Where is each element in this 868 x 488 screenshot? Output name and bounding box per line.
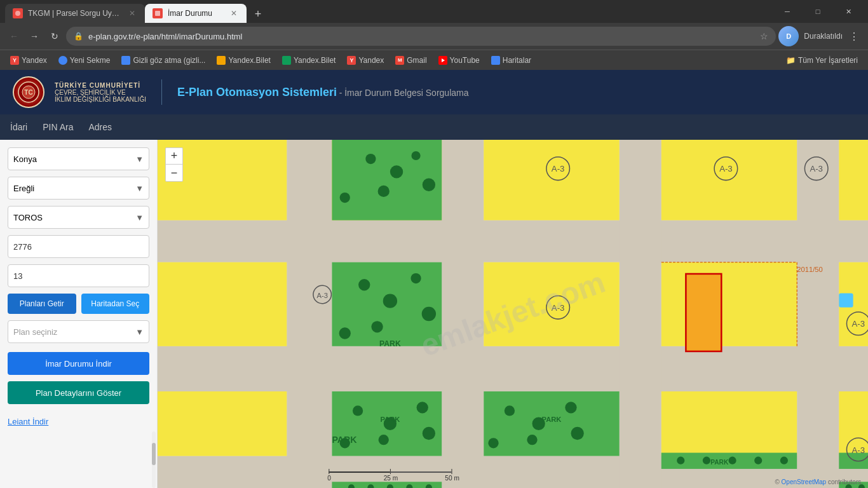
bookmark-yandex-bilet1-label: Yandex.Bilet — [228, 56, 271, 65]
header-title-area: E-Plan Otomasyon Sistemleri - İmar Durum… — [177, 86, 469, 99]
app-title: E-Plan Otomasyon Sistemleri — [177, 86, 337, 98]
svg-text:A-3: A-3 — [810, 164, 823, 173]
org-name-2: ÇEVRE, ŞEHİRCİLİK VE — [55, 89, 146, 96]
province-select[interactable]: Konya ▼ — [8, 147, 149, 170]
map-attribution: © OpenStreetMap contributors. — [775, 478, 863, 485]
scrollbar-thumb[interactable] — [152, 443, 156, 466]
bookmark-yandex2[interactable]: Y Yandex — [342, 53, 389, 67]
tab-tkgm[interactable]: TKGM | Parsel Sorgu Uygulama... ✕ — [5, 4, 145, 23]
leiant-link[interactable]: Leiant İndir — [0, 412, 157, 431]
bookmark-yandex-bilet2-label: Yandex.Bilet — [294, 56, 336, 65]
get-plans-button[interactable]: Planları Getir — [8, 294, 76, 314]
zoom-in-button[interactable]: + — [166, 148, 182, 165]
yeni-sekme-icon — [58, 56, 67, 65]
page-nav: İdari PIN Ara Adres — [0, 114, 868, 140]
bookmark-yandex-bilet2[interactable]: Yandex.Bilet — [277, 53, 341, 67]
address-bar[interactable]: 🔒 e-plan.gov.tr/e-plan/html/imarDurumu.h… — [66, 27, 776, 46]
svg-text:2011/50: 2011/50 — [797, 266, 822, 273]
zoom-out-button[interactable]: − — [166, 165, 182, 181]
svg-rect-7 — [158, 220, 868, 262]
tab2-favicon — [153, 8, 163, 18]
svg-point-22 — [340, 193, 350, 203]
svg-text:TC: TC — [24, 89, 32, 96]
nav-adres[interactable]: Adres — [88, 119, 112, 135]
main-content: Konya ▼ Ereğli ▼ TOROS ▼ — [0, 140, 868, 488]
bookmark-gizli-label: Gizli göz atma (gizli... — [133, 56, 205, 65]
show-plan-details-button[interactable]: Plan Detaylarını Göster — [8, 381, 149, 404]
nav-pin-ara[interactable]: PIN Ara — [43, 119, 73, 135]
reload-button[interactable]: ↻ — [46, 27, 64, 45]
minimize-button[interactable]: ─ — [773, 1, 802, 22]
close-button[interactable]: ✕ — [834, 1, 863, 22]
bookmark-tum-yer[interactable]: 📁 Tüm Yer İşaretleri — [782, 53, 863, 67]
nav-idari[interactable]: İdari — [10, 119, 27, 135]
svg-point-45 — [383, 294, 397, 308]
tab-imar[interactable]: İmar Durumu ✕ — [145, 4, 247, 23]
svg-point-88 — [780, 457, 788, 464]
bookmark-gmail[interactable]: M Gmail — [390, 53, 431, 67]
svg-point-86 — [728, 457, 736, 464]
svg-text:PARK: PARK — [710, 459, 729, 466]
bookmark-yandex[interactable]: Y Yandex — [5, 53, 52, 67]
new-tab-button[interactable]: + — [249, 5, 267, 23]
svg-point-19 — [378, 186, 390, 197]
svg-text:0: 0 — [327, 475, 331, 482]
nav-bar: ← → ↻ 🔒 e-plan.gov.tr/e-plan/html/imarDu… — [0, 23, 868, 50]
svg-point-18 — [390, 165, 403, 178]
bookmark-youtube[interactable]: YouTube — [433, 53, 485, 67]
tabs-container: TKGM | Parsel Sorgu Uygulama... ✕ İmar D… — [5, 0, 773, 23]
back-button[interactable]: ← — [5, 27, 23, 45]
bookmark-gizli[interactable]: Gizli göz atma (gizli... — [116, 53, 210, 67]
svg-rect-10 — [287, 140, 332, 488]
svg-rect-72 — [484, 391, 619, 456]
app-subtitle: - İmar Durum Belgesi Sorgulama — [339, 88, 469, 98]
map-svg: A-3 A-3 A-3 0.30 0.60 0.30 0.60 A-3 — [158, 140, 868, 488]
svg-point-67 — [379, 435, 389, 445]
tab1-title: TKGM | Parsel Sorgu Uygulama... — [28, 9, 122, 18]
maximize-button[interactable]: □ — [803, 1, 832, 22]
forward-button[interactable]: → — [25, 27, 43, 45]
district-select[interactable]: Ereğli ▼ — [8, 177, 149, 200]
district-value: Ereğli — [13, 184, 34, 193]
bookmark-yandex-bilet1[interactable]: Yandex.Bilet — [212, 53, 276, 67]
haritalar-icon — [491, 56, 500, 65]
yandex-bookmark-icon: Y — [10, 56, 19, 65]
window-controls: ─ □ ✕ — [773, 1, 863, 22]
svg-text:A-3: A-3 — [851, 319, 865, 329]
folder-icon: 📁 — [787, 56, 796, 65]
bookmark-yeni-sekme[interactable]: Yeni Sekme — [53, 53, 116, 67]
profile-button[interactable]: D — [778, 26, 799, 46]
svg-text:A-3: A-3 — [316, 292, 327, 299]
scrollbar-track — [152, 431, 156, 488]
extensions-button[interactable]: ⋮ — [845, 27, 863, 45]
plan-select[interactable]: Plan seçiniz ▼ — [8, 320, 149, 343]
svg-text:A-3: A-3 — [552, 164, 565, 173]
block-input[interactable] — [8, 264, 149, 287]
svg-rect-11 — [442, 140, 484, 488]
svg-rect-118 — [390, 471, 452, 473]
svg-rect-90 — [839, 453, 868, 469]
svg-point-49 — [339, 327, 351, 339]
tab1-close[interactable]: ✕ — [127, 8, 137, 18]
svg-text:PARK: PARK — [380, 416, 400, 423]
svg-point-17 — [365, 154, 376, 164]
browser-chrome: TKGM | Parsel Sorgu Uygulama... ✕ İmar D… — [0, 0, 868, 70]
svg-point-68 — [417, 402, 428, 413]
svg-point-46 — [371, 321, 383, 332]
bookmark-star-icon[interactable]: ☆ — [760, 31, 768, 41]
neighborhood-select[interactable]: TOROS ▼ — [8, 206, 149, 229]
neighborhood-arrow-icon: ▼ — [135, 213, 144, 222]
svg-point-0 — [15, 11, 20, 16]
svg-rect-54 — [661, 262, 797, 346]
bookmark-haritalar[interactable]: Haritalar — [486, 53, 536, 67]
select-map-button[interactable]: Haritadan Seç — [81, 294, 150, 314]
attribution-text: contributors. — [828, 478, 863, 485]
openstreetmap-link[interactable]: OpenStreetMap — [782, 478, 827, 485]
parcel-input[interactable] — [8, 235, 149, 258]
svg-rect-12 — [620, 140, 661, 488]
logo-text: TÜRKİYE CUMHURİYETİ ÇEVRE, ŞEHİRCİLİK VE… — [55, 82, 146, 103]
bookmarks-bar: Y Yandex Yeni Sekme Gizli göz atma (gizl… — [0, 50, 868, 70]
download-imar-button[interactable]: İmar Durumu İndir — [8, 352, 149, 375]
tab2-close[interactable]: ✕ — [229, 8, 239, 18]
svg-rect-114 — [839, 293, 853, 307]
